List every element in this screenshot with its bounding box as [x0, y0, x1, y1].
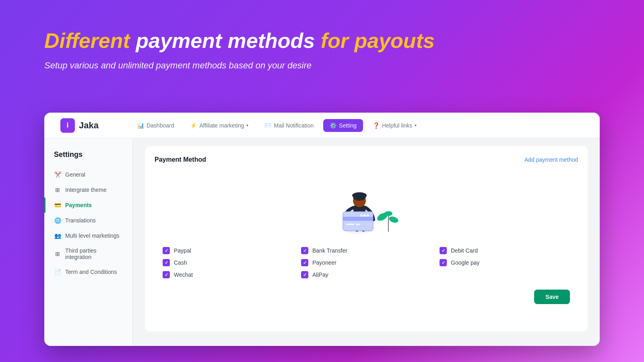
cash-label: Cash [174, 259, 187, 266]
paypal-checkbox[interactable] [163, 247, 170, 254]
nav-mail-label: Mail Notification [274, 122, 314, 129]
svg-point-17 [388, 215, 399, 224]
sidebar-label-payments: Payments [65, 202, 92, 208]
hero-title: Different payment methods for payouts [44, 28, 644, 53]
sidebar-item-thirdparty[interactable]: ⊞ Third parties integration [44, 243, 132, 264]
payment-option-alipay[interactable]: AliPay [301, 271, 431, 278]
payment-options: Paypal Bank Transfer Debit Card Cash [155, 247, 578, 278]
sidebar-item-general[interactable]: ✂️ General [44, 167, 132, 182]
hero-section: Different payment methods for payouts Se… [0, 0, 644, 71]
payoneer-label: Payoneer [312, 259, 336, 266]
illustration-svg [326, 173, 407, 236]
nav-dashboard[interactable]: 📊 Dashboard [131, 119, 181, 132]
helpful-chevron: ▾ [415, 123, 417, 128]
sidebar: Settings ✂️ General ⊞ Intergrate theme 💳… [44, 138, 133, 346]
svg-rect-11 [356, 224, 360, 225]
hero-title-different: Different [44, 29, 130, 52]
payoneer-checkbox[interactable] [301, 259, 308, 266]
nav-affiliate[interactable]: ⚡ Affiliate marketing ▾ [184, 119, 255, 132]
helpful-icon: ❓ [373, 122, 380, 129]
setting-icon: ⚙️ [330, 122, 336, 129]
nav-dashboard-label: Dashboard [147, 122, 174, 129]
svg-point-7 [352, 192, 367, 199]
nav-mail[interactable]: ✉️ Mail Notification [258, 119, 320, 132]
payment-method-title: Payment Method [155, 156, 206, 163]
svg-point-12 [360, 214, 363, 217]
sidebar-item-payments[interactable]: 💳 Payments [44, 197, 132, 213]
sidebar-label-terms: Term and Conditions [65, 269, 117, 275]
sidebar-menu: ✂️ General ⊞ Intergrate theme 💳 Payments… [44, 167, 132, 280]
nav-items: 📊 Dashboard ⚡ Affiliate marketing ▾ ✉️ M… [131, 119, 584, 132]
hero-title-payment: payment methods [136, 29, 320, 52]
googlepay-label: Google pay [451, 259, 480, 266]
bank-label: Bank Transfer [312, 247, 347, 254]
svg-rect-10 [346, 224, 354, 225]
terms-icon: 📄 [54, 268, 61, 276]
sidebar-item-multilevel[interactable]: 👥 Multi level marketings [44, 228, 132, 243]
svg-rect-9 [343, 217, 373, 221]
sidebar-item-integrate[interactable]: ⊞ Intergrate theme [44, 182, 132, 197]
payment-option-payoneer[interactable]: Payoneer [301, 259, 431, 266]
navbar: i Jaka 📊 Dashboard ⚡ Affiliate marketing… [44, 113, 600, 138]
hero-subtitle: Setup various and unlimited payment meth… [44, 60, 644, 71]
logo-text: Jaka [79, 120, 99, 131]
integrate-icon: ⊞ [54, 186, 61, 193]
mail-icon: ✉️ [264, 122, 271, 129]
cash-checkbox[interactable] [163, 259, 170, 266]
svg-point-18 [384, 211, 392, 216]
hero-title-for: for payouts [321, 29, 435, 52]
payments-icon: 💳 [54, 202, 61, 209]
affiliate-chevron: ▾ [246, 123, 248, 128]
multilevel-icon: 👥 [54, 232, 61, 239]
add-payment-link[interactable]: Add payment method [524, 156, 578, 163]
nav-helpful-label: Helpful links [382, 122, 412, 129]
payment-option-wechat[interactable]: Wechat [163, 271, 293, 278]
payment-option-debit[interactable]: Debit Card [440, 247, 570, 254]
bank-checkbox[interactable] [301, 247, 308, 254]
logo-icon: i [60, 118, 75, 133]
payment-option-cash[interactable]: Cash [163, 259, 293, 266]
nav-setting[interactable]: ⚙️ Setting [323, 119, 363, 132]
svg-point-14 [367, 214, 369, 217]
sidebar-item-translations[interactable]: 🌐 Translations [44, 213, 132, 228]
payment-illustration [155, 171, 578, 236]
debit-label: Debit Card [451, 247, 478, 254]
nav-affiliate-label: Affiliate marketing [199, 122, 244, 129]
logo[interactable]: i Jaka [60, 118, 99, 133]
app-window: i Jaka 📊 Dashboard ⚡ Affiliate marketing… [44, 113, 600, 346]
payment-option-googlepay[interactable]: Google pay [440, 259, 570, 266]
payment-header: Payment Method Add payment method [155, 156, 578, 163]
svg-rect-8 [343, 212, 373, 231]
save-btn-row: Save [155, 290, 578, 304]
wechat-checkbox[interactable] [163, 271, 170, 278]
payment-option-paypal[interactable]: Paypal [163, 247, 293, 254]
translations-icon: 🌐 [54, 217, 61, 224]
wechat-label: Wechat [174, 272, 193, 278]
sidebar-item-terms[interactable]: 📄 Term and Conditions [44, 264, 132, 280]
nav-helpful[interactable]: ❓ Helpful links ▾ [366, 119, 423, 132]
dashboard-icon: 📊 [137, 122, 144, 129]
sidebar-label-integrate: Intergrate theme [65, 187, 107, 193]
debit-checkbox[interactable] [440, 247, 447, 254]
affiliate-icon: ⚡ [190, 122, 197, 129]
sidebar-label-thirdparty: Third parties integration [65, 247, 123, 260]
save-button[interactable]: Save [534, 290, 570, 304]
googlepay-checkbox[interactable] [440, 259, 447, 266]
nav-setting-label: Setting [339, 122, 357, 129]
paypal-label: Paypal [174, 247, 191, 254]
thirdparty-icon: ⊞ [54, 250, 61, 257]
payment-card: Payment Method Add payment method [145, 146, 588, 331]
sidebar-title: Settings [44, 150, 132, 167]
general-icon: ✂️ [54, 171, 61, 178]
main-content: Settings ✂️ General ⊞ Intergrate theme 💳… [44, 138, 600, 346]
sidebar-label-translations: Translations [65, 217, 96, 224]
sidebar-label-general: General [65, 171, 85, 178]
payment-option-bank[interactable]: Bank Transfer [301, 247, 431, 254]
content-area: Payment Method Add payment method [133, 138, 600, 346]
sidebar-label-multilevel: Multi level marketings [65, 232, 120, 239]
alipay-label: AliPay [312, 272, 328, 278]
svg-point-13 [363, 214, 366, 217]
alipay-checkbox[interactable] [301, 271, 308, 278]
